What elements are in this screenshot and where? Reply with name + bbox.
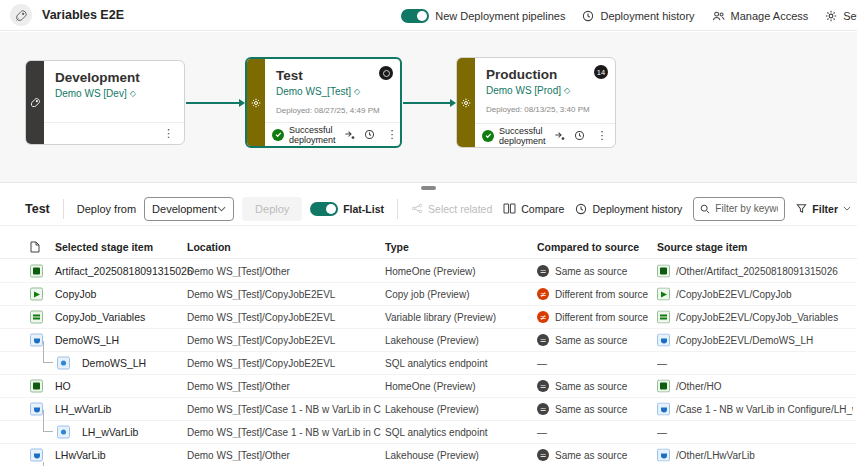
people-icon bbox=[712, 10, 725, 22]
history-icon[interactable] bbox=[364, 129, 375, 140]
panel-splitter[interactable] bbox=[0, 184, 857, 192]
lakehouse-item-icon bbox=[30, 334, 43, 347]
sql-endpoint-item-icon bbox=[57, 357, 70, 370]
stage-card-development[interactable]: Development Demo WS [Dev] ◇ ⋮ bbox=[25, 60, 185, 145]
table-row-child[interactable]: DemoWS_LH Demo WS_[Test]/CopyJobE2EVL SQ… bbox=[0, 352, 857, 375]
flat-list-toggle[interactable]: Flat-List bbox=[310, 202, 384, 216]
tree-elbow-icon bbox=[43, 410, 53, 432]
workspace-diamond-icon: ◇ bbox=[130, 89, 136, 98]
stage-toolbar: Test Deploy from Development Deploy Flat… bbox=[0, 192, 857, 226]
page-title: Variables E2E bbox=[42, 8, 124, 22]
search-icon bbox=[700, 204, 710, 214]
lakehouse-item-icon bbox=[657, 334, 670, 347]
table-header: Selected stage item Location Type Compar… bbox=[0, 240, 857, 259]
lakehouse-item-icon bbox=[30, 449, 43, 462]
col-type[interactable]: Type bbox=[385, 241, 409, 253]
deployment-history-button[interactable]: Deployment history bbox=[575, 203, 682, 215]
select-related-button[interactable]: Select related bbox=[411, 203, 492, 215]
stage-title: Development bbox=[55, 70, 176, 85]
copyjob-item-icon bbox=[657, 288, 670, 301]
stage-card-production[interactable]: 14 Production Demo WS [Prod] ◇ Deployed:… bbox=[456, 57, 616, 148]
rocket-icon bbox=[15, 9, 28, 22]
search-input[interactable] bbox=[715, 203, 778, 214]
funnel-icon bbox=[796, 203, 807, 214]
toggle-on-icon[interactable] bbox=[310, 202, 338, 216]
different-from-source-icon: ≠ bbox=[537, 311, 549, 323]
rocket-icon bbox=[30, 97, 41, 108]
table-row[interactable]: Artifact_20250818091315026 Demo WS_[Test… bbox=[0, 260, 857, 283]
deployment-history-button[interactable]: Deployment history bbox=[582, 10, 694, 22]
splitter-handle-icon[interactable] bbox=[421, 186, 436, 190]
deploy-icon[interactable] bbox=[554, 130, 565, 141]
stage-workspace-link[interactable]: Demo WS [Dev] ◇ bbox=[55, 88, 176, 99]
settings-button[interactable]: Settings bbox=[825, 10, 857, 22]
stage-workspace-link[interactable]: Demo WS [Prod] ◇ bbox=[486, 85, 607, 96]
col-compared-to-source[interactable]: Compared to source bbox=[537, 241, 639, 253]
history-icon bbox=[575, 203, 587, 215]
stage-more-button[interactable]: ⋮ bbox=[384, 128, 401, 141]
compare-button[interactable]: Compare bbox=[503, 203, 564, 215]
chevron-down-icon bbox=[217, 206, 226, 212]
lakehouse-item-icon bbox=[30, 403, 43, 416]
manage-access-button[interactable]: Manage Access bbox=[712, 10, 809, 22]
lakehouse-item-icon bbox=[657, 449, 670, 462]
deploy-from-dropdown[interactable]: Development bbox=[144, 197, 234, 221]
stage-badge: 14 bbox=[594, 65, 608, 79]
table-row[interactable]: CopyJob Demo WS_[Test]/CopyJobE2EVL Copy… bbox=[0, 283, 857, 306]
related-nodes-icon bbox=[411, 203, 423, 214]
deploy-icon[interactable] bbox=[344, 129, 355, 140]
stage-more-button[interactable]: ⋮ bbox=[160, 127, 177, 140]
same-as-source-icon: = bbox=[537, 334, 549, 346]
stage-strip-production bbox=[457, 58, 475, 147]
table-row[interactable]: DemoWS_LH Demo WS_[Test]/CopyJobE2EVL La… bbox=[0, 329, 857, 352]
same-as-source-icon: = bbox=[537, 449, 549, 461]
deployment-pipeline-app: Variables E2E New Deployment pipelines D… bbox=[0, 0, 857, 466]
copyjob-item-icon bbox=[30, 288, 43, 301]
pipeline-avatar bbox=[10, 4, 32, 26]
divider bbox=[63, 199, 64, 219]
keyword-filter-searchbox[interactable] bbox=[693, 197, 785, 221]
history-icon[interactable] bbox=[574, 130, 585, 141]
stage-card-test[interactable]: Test Demo WS_[Test] ◇ Deployed: 08/27/25… bbox=[245, 57, 402, 148]
deploy-from-label: Deploy from bbox=[77, 203, 136, 215]
different-from-source-icon: ≠ bbox=[537, 288, 549, 300]
variable-library-item-icon bbox=[30, 311, 43, 324]
table-row[interactable]: CopyJob_Variables Demo WS_[Test]/CopyJob… bbox=[0, 306, 857, 329]
check-circle-icon bbox=[272, 129, 284, 141]
new-pipelines-toggle[interactable]: New Deployment pipelines bbox=[401, 9, 565, 23]
toggle-label: New Deployment pipelines bbox=[435, 10, 565, 22]
same-as-source-icon: = bbox=[537, 265, 549, 277]
history-icon bbox=[582, 10, 594, 22]
stage-more-button[interactable]: ⋮ bbox=[594, 129, 611, 142]
stage-workspace-link[interactable]: Demo WS_[Test] ◇ bbox=[276, 86, 392, 97]
table-row-child[interactable]: LH_wVarLib Demo WS_[Test]/Case 1 - NB w … bbox=[0, 421, 857, 444]
homeone-item-icon bbox=[30, 380, 43, 393]
homeone-item-icon bbox=[657, 380, 670, 393]
homeone-item-icon bbox=[30, 265, 43, 278]
tree-elbow-icon bbox=[43, 341, 53, 363]
variable-library-item-icon bbox=[657, 311, 670, 324]
stage-strip-test bbox=[247, 59, 265, 146]
col-source-stage-item[interactable]: Source stage item bbox=[657, 241, 747, 253]
deploy-button[interactable]: Deploy bbox=[242, 197, 302, 221]
toggle-on-icon[interactable] bbox=[401, 9, 429, 23]
selected-stage-title: Test bbox=[25, 202, 50, 216]
table-row[interactable]: HO Demo WS_[Test]/Other HomeOne (Preview… bbox=[0, 375, 857, 398]
app-header: Variables E2E New Deployment pipelines D… bbox=[0, 0, 857, 31]
homeone-item-icon bbox=[657, 265, 670, 278]
col-location[interactable]: Location bbox=[187, 241, 231, 253]
deployment-status: Successful deployment bbox=[272, 125, 336, 145]
lakehouse-item-icon bbox=[657, 403, 670, 416]
filter-button[interactable]: Filter bbox=[796, 203, 851, 215]
tree-line bbox=[43, 462, 44, 466]
col-selected-stage-item[interactable]: Selected stage item bbox=[55, 241, 153, 253]
stage-deployed-time: Deployed: 08/27/25, 4:49 PM bbox=[276, 106, 392, 115]
table-row[interactable]: LH_wVarLib Demo WS_[Test]/Case 1 - NB w … bbox=[0, 398, 857, 421]
workspace-diamond-icon: ◇ bbox=[354, 87, 360, 96]
table-row[interactable]: LHwVarLib Demo WS_[Test]/Other Lakehouse… bbox=[0, 444, 857, 466]
pipeline-canvas: Development Demo WS [Dev] ◇ ⋮ Test bbox=[0, 32, 857, 183]
stage-title: Test bbox=[276, 68, 392, 83]
stage-arrow bbox=[186, 102, 240, 104]
stage-title: Production bbox=[486, 67, 607, 82]
same-as-source-icon: = bbox=[537, 403, 549, 415]
